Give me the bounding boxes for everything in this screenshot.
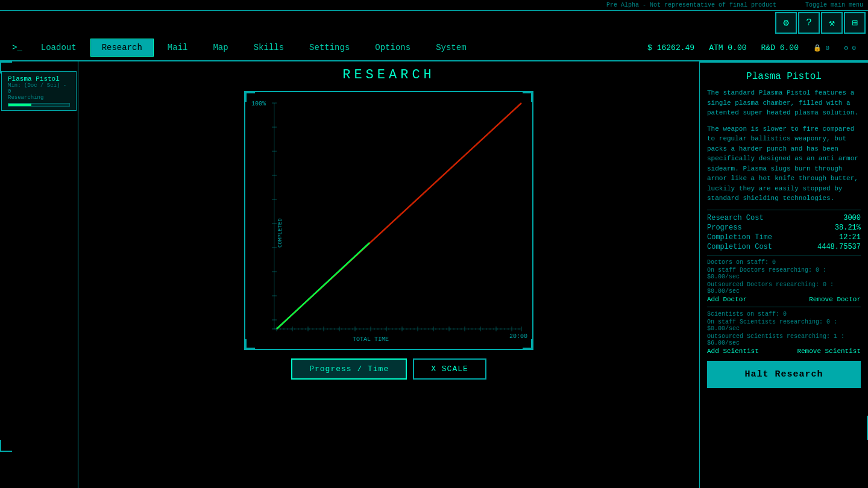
panel-divider-3 bbox=[707, 307, 861, 307]
nav-bar: >_ Loadout Research Mail Map Skills Sett… bbox=[0, 35, 868, 61]
chart-inner: 100% 20:00 COMPLETED TOTAL TIME bbox=[250, 97, 527, 344]
scientists-on-staff: Scientists on staff: 0 bbox=[707, 311, 861, 318]
stat-completion-time: Completion Time 12:21 bbox=[707, 233, 861, 242]
top-icon-group: ⚙ ? ⚒ ⊞ bbox=[775, 12, 866, 34]
sidebar-corner-tl bbox=[0, 61, 12, 74]
right-panel-corner bbox=[861, 416, 868, 440]
sidebar-progress-fill bbox=[8, 104, 31, 106]
scientist-add-remove: Add Scientist Remove Scientist bbox=[707, 348, 861, 355]
nav-settings[interactable]: Settings bbox=[298, 39, 361, 57]
nav-loadout[interactable]: Loadout bbox=[30, 39, 88, 57]
doctor-add-remove: Add Doctor Remove Doctor bbox=[707, 296, 861, 303]
svg-text:TOTAL TIME: TOTAL TIME bbox=[353, 336, 389, 343]
doctors-on-staff: Doctors on staff: 0 bbox=[707, 259, 861, 266]
center-content: RESEARCH bbox=[78, 61, 699, 488]
stat-progress-value: 38.21% bbox=[835, 224, 861, 232]
stat-completion-time-label: Completion Time bbox=[707, 233, 772, 242]
doctors-researching: On staff Doctors researching: 0 : $0.00/… bbox=[707, 267, 861, 280]
panel-divider-2 bbox=[707, 255, 861, 255]
chart-svg: 100% 20:00 COMPLETED TOTAL TIME bbox=[250, 97, 527, 344]
svg-line-96 bbox=[277, 243, 370, 329]
cash-display: $ 16262.49 bbox=[647, 43, 694, 52]
sidebar-item-plasma-pistol[interactable]: Plasma Pistol Min: (Doc / Sci) - 0 Resea… bbox=[1, 71, 77, 111]
stat-progress: Progress 38.21% bbox=[707, 224, 861, 232]
left-sidebar: Plasma Pistol Min: (Doc / Sci) - 0 Resea… bbox=[0, 61, 78, 488]
tools-icon-btn[interactable]: ⚒ bbox=[821, 12, 843, 34]
panel-divider-1 bbox=[707, 210, 861, 210]
stat-progress-label: Progress bbox=[707, 224, 742, 232]
svg-text:20:00: 20:00 bbox=[509, 333, 527, 340]
sidebar-item-name: Plasma Pistol bbox=[8, 75, 70, 83]
settings-icon-btn[interactable]: ⚙ bbox=[775, 12, 797, 34]
nav-research[interactable]: Research bbox=[90, 39, 154, 57]
gear-display: ⚙ 0 bbox=[844, 44, 856, 52]
panel-top-line bbox=[700, 61, 868, 63]
remove-doctor-btn[interactable]: Remove Doctor bbox=[809, 296, 861, 303]
scientists-researching: On staff Scientists researching: 0 : $0.… bbox=[707, 319, 861, 332]
svg-text:100%: 100% bbox=[251, 101, 266, 107]
pre-alpha-label: Pre Alpha - Not representative of final … bbox=[606, 2, 776, 8]
nav-map[interactable]: Map bbox=[201, 39, 239, 57]
outsourced-doctors: Outsourced Doctors researching: 0 : $0.0… bbox=[707, 281, 861, 295]
nav-skills[interactable]: Skills bbox=[242, 39, 295, 57]
stat-research-cost-label: Research Cost bbox=[707, 214, 764, 222]
stat-completion-cost: Completion Cost 4448.75537 bbox=[707, 243, 861, 251]
halt-research-btn[interactable]: Halt Research bbox=[707, 361, 861, 388]
sidebar-item-status: Researching bbox=[8, 95, 70, 101]
sidebar-corner-br bbox=[0, 440, 12, 452]
sidebar-item-min: Min: (Doc / Sci) - 0 bbox=[8, 83, 70, 95]
main-content: Plasma Pistol Min: (Doc / Sci) - 0 Resea… bbox=[0, 61, 868, 488]
remove-scientist-btn[interactable]: Remove Scientist bbox=[797, 348, 861, 355]
panel-desc2: The weapon is slower to fire compared to… bbox=[707, 124, 861, 204]
r6d-display: R&D 6.00 bbox=[761, 43, 799, 52]
lock-display: 🔒 0 bbox=[813, 44, 829, 52]
stat-completion-cost-label: Completion Cost bbox=[707, 243, 772, 251]
top-bar: Pre Alpha - Not representative of final … bbox=[0, 0, 868, 11]
stat-research-cost-value: 3000 bbox=[843, 214, 861, 222]
add-scientist-btn[interactable]: Add Scientist bbox=[707, 348, 759, 355]
toggle-menu-label: Toggle main menu bbox=[805, 2, 863, 8]
svg-text:COMPLETED: COMPLETED bbox=[277, 218, 283, 248]
expand-icon-btn[interactable]: ⊞ bbox=[844, 12, 866, 34]
nav-system[interactable]: System bbox=[424, 39, 477, 57]
panel-title: Plasma Pistol bbox=[707, 71, 861, 82]
nav-prompt: >_ bbox=[12, 43, 22, 52]
x-scale-btn[interactable]: X SCALE bbox=[413, 358, 486, 380]
nav-mail[interactable]: Mail bbox=[156, 39, 200, 57]
right-panel: Plasma Pistol The standard Plasma Pistol… bbox=[699, 61, 868, 488]
outsourced-scientists: Outsourced Scientists researching: 1 : $… bbox=[707, 333, 861, 346]
chart-container: 100% 20:00 COMPLETED TOTAL TIME bbox=[244, 91, 533, 350]
sidebar-progress-bar bbox=[8, 103, 70, 107]
atm-display: ATM 0.00 bbox=[709, 43, 746, 52]
chart-buttons: Progress / Time X SCALE bbox=[291, 358, 486, 380]
stat-completion-time-value: 12:21 bbox=[839, 233, 861, 242]
stat-completion-cost-value: 4448.75537 bbox=[817, 243, 861, 251]
help-icon-btn[interactable]: ? bbox=[798, 12, 820, 34]
progress-time-btn[interactable]: Progress / Time bbox=[291, 358, 407, 380]
panel-desc1: The standard Plasma Pistol features a si… bbox=[707, 88, 861, 118]
nav-options[interactable]: Options bbox=[363, 39, 422, 57]
stat-research-cost: Research Cost 3000 bbox=[707, 214, 861, 222]
add-doctor-btn[interactable]: Add Doctor bbox=[707, 296, 747, 303]
page-title: RESEARCH bbox=[342, 67, 435, 83]
